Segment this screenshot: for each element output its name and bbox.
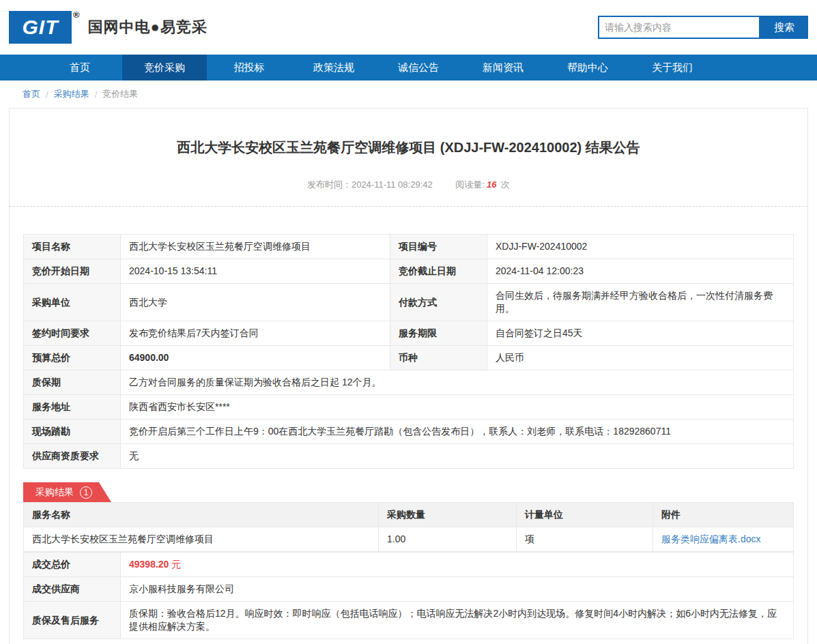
main-nav: 首页 竞价采购 招投标 政策法规 诚信公告 新闻资讯 帮助中心 关于我们 <box>0 55 817 80</box>
breadcrumb-home-link[interactable]: 首页 <box>23 88 40 100</box>
table-row: 成交供应商 京小服科技服务有限公司 <box>24 577 794 602</box>
table-row: 采购单位 西北大学 付款方式 合同生效后，待服务期满并经甲方验收合格后，一次性付… <box>24 284 794 321</box>
nav-item-bidding-procurement[interactable]: 竞价采购 <box>122 55 207 80</box>
result-table-area: 服务名称 采购数量 计量单位 附件 西北大学长安校区玉兰苑餐厅空调维修项目 1.… <box>23 502 794 639</box>
project-detail-table-area: 项目名称 西北大学长安校区玉兰苑餐厅空调维修项目 项目编号 XDJJ-FW-20… <box>23 234 794 469</box>
brand-title: 国网中电●易竞采 <box>88 17 207 38</box>
deal-total-label: 成交总价 <box>24 553 121 577</box>
views-count: 16 <box>487 179 496 190</box>
service-name-header: 服务名称 <box>24 503 379 527</box>
breadcrumb-section-link[interactable]: 采购结果 <box>54 88 89 100</box>
nav-item-about-us[interactable]: 关于我们 <box>630 55 715 80</box>
site-logo[interactable]: GIT ® <box>9 11 80 44</box>
logo-git-mark: GIT <box>9 11 72 44</box>
search-input[interactable] <box>598 16 760 39</box>
search-button[interactable]: 搜索 <box>760 16 808 39</box>
service-address-label: 服务地址 <box>24 395 121 420</box>
table-row: 服务地址 陕西省西安市长安区**** <box>24 395 794 420</box>
table-row: 预算总价 64900.00 币种 人民币 <box>24 346 794 370</box>
project-code-value: XDJJ-FW-202410002 <box>487 235 794 259</box>
bid-end-label: 竞价截止日期 <box>390 259 487 284</box>
warranty-value: 乙方对合同服务的质量保证期为验收合格后之日起 12个月。 <box>121 370 794 395</box>
table-row: 质保期 乙方对合同服务的质量保证期为验收合格后之日起 12个月。 <box>24 370 794 395</box>
payment-value: 合同生效后，待服务期满并经甲方验收合格后，一次性付清服务费用。 <box>487 284 794 321</box>
site-survey-label: 现场踏勘 <box>24 420 121 444</box>
trademark-symbol: ® <box>73 10 80 20</box>
project-name-value: 西北大学长安校区玉兰苑餐厅空调维修项目 <box>121 235 390 259</box>
quantity-value: 1.00 <box>379 527 517 552</box>
breadcrumb-separator: / <box>46 89 48 100</box>
aftersale-value: 质保期：验收合格后12月。响应时效：即时响应（包括电话响应）；电话响应无法解决2… <box>121 602 794 639</box>
unit-header: 计量单位 <box>517 503 653 527</box>
unit-value: 项 <box>517 527 653 552</box>
table-row: 竞价开始日期 2024-10-15 13:54:11 竞价截止日期 2024-1… <box>24 259 794 284</box>
deal-total-value: 49398.20 <box>129 559 169 570</box>
procurement-result-badge: 采购结果 1 <box>23 482 111 502</box>
service-name-value: 西北大学长安校区玉兰苑餐厅空调维修项目 <box>24 527 379 552</box>
winning-supplier-label: 成交供应商 <box>24 577 121 602</box>
currency-value: 人民币 <box>487 346 794 370</box>
qualification-value: 无 <box>121 444 794 469</box>
nav-item-integrity-notice[interactable]: 诚信公告 <box>376 55 461 80</box>
table-row: 供应商资质要求 无 <box>24 444 794 469</box>
breadcrumb: 首页 / 采购结果 / 竞价结果 <box>0 80 817 108</box>
site-header: GIT ® 国网中电●易竞采 搜索 <box>0 0 817 55</box>
budget-label: 预算总价 <box>24 346 121 370</box>
service-period-label: 服务期限 <box>390 321 487 346</box>
service-period-value: 自合同签订之日45天 <box>487 321 794 346</box>
table-row: 签约时间要求 发布竞价结果后7天内签订合同 服务期限 自合同签订之日45天 <box>24 321 794 346</box>
site-survey-value: 竞价开启后第三个工作日上午9：00在西北大学玉兰苑餐厅踏勘（包含公告发布日），联… <box>121 420 794 444</box>
table-row: 质保及售后服务 质保期：验收合格后12月。响应时效：即时响应（包括电话响应）；电… <box>24 602 794 639</box>
nav-item-tendering[interactable]: 招投标 <box>207 55 291 80</box>
table-row: 西北大学长安校区玉兰苑餐厅空调维修项目 1.00 项 服务类响应偏离表.docx <box>24 527 794 552</box>
nav-item-help-center[interactable]: 帮助中心 <box>545 55 630 80</box>
attachment-header: 附件 <box>653 503 794 527</box>
nav-item-news[interactable]: 新闻资讯 <box>461 55 545 80</box>
result-summary-table: 成交总价 49398.20 元 成交供应商 京小服科技服务有限公司 质保及售后服… <box>23 552 794 639</box>
views-unit: 次 <box>501 179 510 190</box>
announcement-card: 西北大学长安校区玉兰苑餐厅空调维修项目 (XDJJ-FW-202410002) … <box>9 108 808 644</box>
views-label: 阅读量: <box>455 179 485 190</box>
search-bar: 搜索 <box>598 16 808 39</box>
page-title: 西北大学长安校区玉兰苑餐厅空调维修项目 (XDJJ-FW-202410002) … <box>10 108 807 157</box>
deal-total-unit: 元 <box>171 559 181 570</box>
result-count-badge: 1 <box>80 486 92 499</box>
nav-item-policies[interactable]: 政策法规 <box>291 55 376 80</box>
buyer-value: 西北大学 <box>121 284 390 321</box>
breadcrumb-current: 竞价结果 <box>102 88 138 100</box>
table-row: 项目名称 西北大学长安校区玉兰苑餐厅空调维修项目 项目编号 XDJJ-FW-20… <box>24 235 794 259</box>
sign-time-value: 发布竞价结果后7天内签订合同 <box>121 321 390 346</box>
budget-value: 64900.00 <box>121 346 390 370</box>
project-detail-table: 项目名称 西北大学长安校区玉兰苑餐厅空调维修项目 项目编号 XDJJ-FW-20… <box>23 234 794 469</box>
project-name-label: 项目名称 <box>24 235 121 259</box>
qualification-label: 供应商资质要求 <box>24 444 121 469</box>
warranty-label: 质保期 <box>24 370 121 395</box>
currency-label: 币种 <box>390 346 487 370</box>
attachment-link[interactable]: 服务类响应偏离表.docx <box>661 533 760 544</box>
nav-item-home[interactable]: 首页 <box>38 55 122 80</box>
publish-time-label: 发布时间： <box>307 179 352 190</box>
aftersale-label: 质保及售后服务 <box>24 602 121 639</box>
result-items-table: 服务名称 采购数量 计量单位 附件 西北大学长安校区玉兰苑餐厅空调维修项目 1.… <box>23 502 794 552</box>
result-badge-label: 采购结果 <box>35 486 74 499</box>
breadcrumb-separator: / <box>95 89 98 100</box>
table-row: 成交总价 49398.20 元 <box>24 553 794 577</box>
winning-supplier-value: 京小服科技服务有限公司 <box>121 577 794 602</box>
bid-start-label: 竞价开始日期 <box>24 259 121 284</box>
table-row: 现场踏勘 竞价开启后第三个工作日上午9：00在西北大学玉兰苑餐厅踏勘（包含公告发… <box>24 420 794 444</box>
publish-time-value: 2024-11-11 08:29:42 <box>352 179 433 190</box>
buyer-label: 采购单位 <box>24 284 121 321</box>
table-header-row: 服务名称 采购数量 计量单位 附件 <box>24 503 794 527</box>
quantity-header: 采购数量 <box>379 503 517 527</box>
publish-meta: 发布时间：2024-11-11 08:29:42 阅读量:16 次 <box>10 179 807 207</box>
payment-label: 付款方式 <box>390 284 487 321</box>
bid-start-value: 2024-10-15 13:54:11 <box>121 259 390 284</box>
sign-time-label: 签约时间要求 <box>24 321 121 346</box>
bid-end-value: 2024-11-04 12:00:23 <box>487 259 794 284</box>
service-address-value: 陕西省西安市长安区**** <box>121 395 794 420</box>
project-code-label: 项目编号 <box>390 235 487 259</box>
result-badge-row: 采购结果 1 <box>23 482 794 502</box>
